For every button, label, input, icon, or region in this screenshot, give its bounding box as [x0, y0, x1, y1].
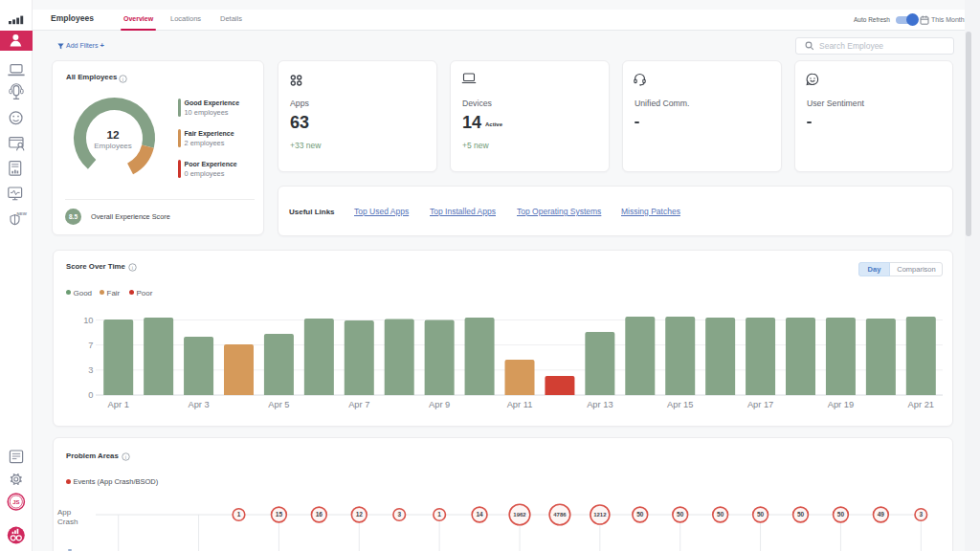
- svg-text:50: 50: [757, 511, 765, 518]
- svg-text:50: 50: [636, 511, 644, 518]
- svg-text:1: 1: [437, 511, 441, 518]
- svg-text:50: 50: [797, 511, 805, 518]
- svg-text:3: 3: [919, 511, 923, 518]
- svg-text:15: 15: [276, 511, 283, 518]
- svg-text:50: 50: [837, 511, 845, 518]
- svg-text:50: 50: [717, 511, 724, 518]
- svg-text:12: 12: [356, 511, 364, 518]
- svg-text:1: 1: [237, 511, 241, 518]
- svg-text:NEW: NEW: [17, 211, 28, 216]
- svg-text:14: 14: [476, 511, 483, 518]
- svg-text:16: 16: [316, 511, 323, 518]
- svg-text:50: 50: [677, 511, 684, 518]
- svg-text:4786: 4786: [553, 512, 567, 518]
- svg-text:3: 3: [397, 511, 401, 518]
- svg-text:JS: JS: [12, 499, 19, 505]
- svg-text:49: 49: [878, 511, 885, 518]
- svg-text:1212: 1212: [593, 512, 607, 518]
- svg-text:1962: 1962: [513, 512, 526, 518]
